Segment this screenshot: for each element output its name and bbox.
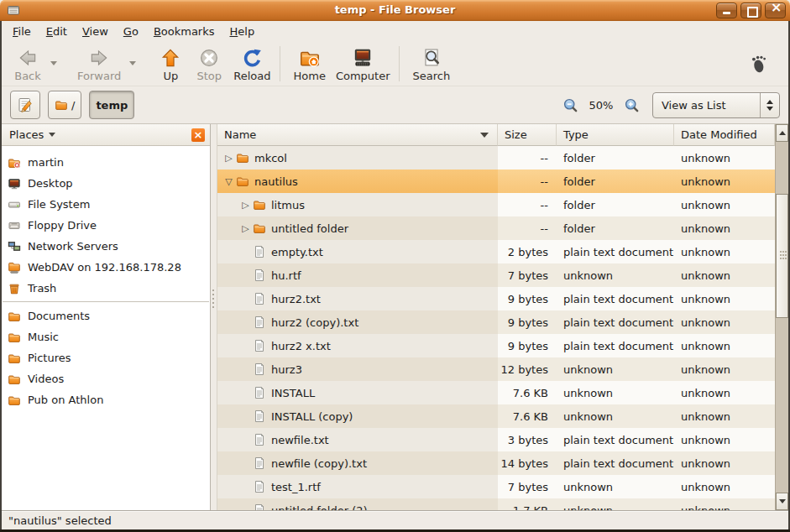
tree-expander[interactable] bbox=[238, 200, 253, 211]
toolbar-button[interactable]: Forward bbox=[72, 44, 126, 85]
sidebar-bookmark-item[interactable]: Videos bbox=[2, 368, 210, 389]
bookmark-icon bbox=[8, 331, 21, 344]
column-header[interactable]: Type bbox=[557, 124, 674, 146]
table-row[interactable]: newfile.txt 3 bytes plain text document … bbox=[217, 428, 775, 451]
cell-size: 9 bytes bbox=[498, 287, 557, 310]
table-row[interactable]: INSTALL 7.6 KB unknown unknown bbox=[217, 381, 775, 404]
scroll-up-button[interactable] bbox=[776, 124, 788, 142]
cell-type: plain text document bbox=[557, 428, 674, 451]
scroll-down-button[interactable] bbox=[776, 493, 788, 510]
table-row[interactable]: hurz2 x.txt 9 bytes plain text document … bbox=[217, 334, 775, 357]
cell-type: plain text document bbox=[557, 287, 674, 310]
sidebar-place-item[interactable]: Network Servers bbox=[2, 236, 210, 257]
menu-item[interactable]: File bbox=[5, 23, 39, 40]
zoom-in-icon[interactable] bbox=[624, 97, 640, 113]
toolbar-button-icon bbox=[241, 47, 263, 69]
toolbar-button-label: Up bbox=[163, 70, 178, 82]
table-row[interactable]: untitled folder (2) 1.7 KB unknown unkno… bbox=[217, 498, 775, 510]
window-button[interactable] bbox=[765, 3, 786, 18]
toolbar-button-label: Computer bbox=[336, 70, 390, 82]
menu-item[interactable]: Bookmarks bbox=[146, 23, 222, 40]
file-name: newfile (copy).txt bbox=[271, 457, 367, 470]
table-row[interactable]: nautilus -- folder unknown bbox=[217, 170, 775, 193]
toolbar-button[interactable]: Back bbox=[8, 44, 47, 85]
file-name: test_1.rtf bbox=[271, 481, 321, 493]
chevron-up-icon bbox=[779, 131, 786, 135]
scrollbar-thumb[interactable] bbox=[776, 194, 788, 318]
table-row[interactable]: hurz3 12 bytes unknown unknown bbox=[217, 357, 775, 381]
window-button[interactable] bbox=[716, 3, 737, 18]
cell-date-modified: unknown bbox=[674, 263, 775, 287]
file-icon bbox=[253, 292, 266, 305]
table-row[interactable]: untitled folder -- folder unknown bbox=[217, 216, 775, 240]
sidebar-place-item[interactable]: Trash bbox=[2, 278, 210, 299]
file-browser-window: temp - File Browser File Edit View Go bbox=[0, 0, 790, 532]
cell-name: nautilus bbox=[217, 170, 498, 193]
tree-expander[interactable] bbox=[222, 176, 236, 187]
file-icon bbox=[253, 245, 266, 258]
toggle-location-entry-button[interactable] bbox=[10, 91, 40, 119]
zoom-out-icon[interactable] bbox=[562, 97, 578, 113]
table-row[interactable]: empty.txt 2 bytes plain text document un… bbox=[217, 240, 775, 263]
sidebar-bookmark-item[interactable]: Pub on Athlon bbox=[2, 389, 210, 410]
sidebar-place-item[interactable]: Floppy Drive bbox=[2, 215, 210, 236]
toolbar-button[interactable]: Search bbox=[408, 44, 456, 85]
toolbar-button-icon bbox=[198, 47, 220, 69]
table-row[interactable]: hurz2 (copy).txt 9 bytes plain text docu… bbox=[217, 310, 775, 334]
toolbar-button[interactable]: Up bbox=[151, 44, 190, 85]
titlebar[interactable]: temp - File Browser bbox=[0, 0, 790, 21]
bookmarks-group: Documents Music Pictures bbox=[2, 305, 210, 410]
tree-expander[interactable] bbox=[238, 223, 253, 234]
toolbar-button-icon bbox=[421, 47, 442, 69]
chevron-down-icon bbox=[50, 61, 57, 65]
tree-expander[interactable] bbox=[222, 153, 236, 164]
vertical-scrollbar[interactable] bbox=[775, 124, 788, 510]
toolbar-button-icon bbox=[352, 47, 374, 69]
column-header[interactable]: Size bbox=[498, 124, 557, 146]
sidebar-place-item[interactable]: Desktop bbox=[2, 173, 210, 194]
table-row[interactable]: litmus -- folder unknown bbox=[217, 193, 775, 216]
cell-type: folder bbox=[557, 193, 674, 216]
menu-item[interactable]: View bbox=[75, 23, 116, 40]
place-icon bbox=[8, 219, 21, 232]
view-mode-selector[interactable]: View as List bbox=[652, 92, 780, 118]
toolbar-button[interactable]: Stop bbox=[190, 44, 228, 85]
table-row[interactable]: mkcol -- folder unknown bbox=[217, 146, 775, 170]
sidebar-place-item[interactable]: WebDAV on 192.168.178.28 bbox=[2, 257, 210, 278]
place-label: Floppy Drive bbox=[28, 219, 97, 232]
window-button[interactable] bbox=[740, 3, 761, 18]
menu-item[interactable]: Go bbox=[116, 23, 146, 40]
sidebar-mode-selector[interactable]: Places bbox=[9, 128, 55, 141]
table-row[interactable]: hurz2.txt 9 bytes plain text document un… bbox=[217, 287, 775, 310]
path-current-label: temp bbox=[96, 99, 128, 112]
sidebar-place-item[interactable]: martin bbox=[2, 152, 210, 173]
sidebar-bookmark-item[interactable]: Documents bbox=[2, 305, 210, 326]
table-row[interactable]: hu.rtf 7 bytes unknown unknown bbox=[217, 263, 775, 287]
menu-item[interactable]: Help bbox=[222, 23, 263, 40]
toolbar-dropdown-arrow[interactable] bbox=[47, 44, 60, 81]
file-name: hurz2 (copy).txt bbox=[271, 316, 358, 329]
column-header-label: Size bbox=[505, 128, 527, 141]
file-name: hurz2 x.txt bbox=[271, 340, 331, 352]
path-button-current[interactable]: temp bbox=[89, 91, 134, 119]
menu-item[interactable]: Edit bbox=[39, 23, 75, 40]
cell-date-modified: unknown bbox=[674, 334, 775, 357]
file-name: untitled folder bbox=[271, 222, 348, 235]
toolbar-button[interactable]: Computer bbox=[331, 44, 395, 85]
sidebar-separator bbox=[3, 301, 209, 303]
sidebar-bookmark-item[interactable]: Pictures bbox=[2, 347, 210, 368]
toolbar-button[interactable]: Reload bbox=[228, 44, 275, 85]
table-row[interactable]: test_1.rtf 7 bytes unknown unknown bbox=[217, 475, 775, 498]
toolbar-button[interactable]: Home bbox=[289, 44, 331, 85]
sidebar-bookmark-item[interactable]: Music bbox=[2, 326, 210, 347]
column-header[interactable]: Name bbox=[217, 124, 498, 146]
path-button-root[interactable]: / bbox=[48, 91, 81, 119]
sidebar-close-button[interactable]: × bbox=[191, 128, 205, 142]
table-row[interactable]: newfile (copy).txt 14 bytes plain text d… bbox=[217, 451, 775, 475]
table-row[interactable]: INSTALL (copy) 7.6 KB unknown unknown bbox=[217, 404, 775, 428]
bookmark-icon bbox=[8, 310, 21, 323]
pane-resize-handle[interactable] bbox=[211, 124, 217, 510]
column-header[interactable]: Date Modified bbox=[674, 124, 775, 146]
sidebar-place-item[interactable]: File System bbox=[2, 194, 210, 215]
toolbar-dropdown-arrow[interactable] bbox=[126, 44, 139, 81]
